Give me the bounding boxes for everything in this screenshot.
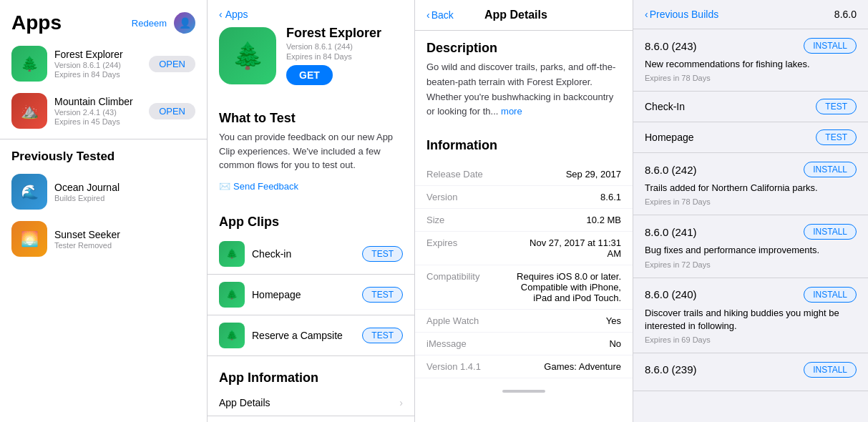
info-row: Size 10.2 MB	[415, 209, 633, 232]
get-button[interactable]: GET	[286, 65, 333, 85]
install-button[interactable]: INSTALL	[804, 287, 857, 303]
build-description: Bug fixes and performance improvements.	[645, 244, 857, 257]
scroll-bar	[502, 390, 545, 393]
clip-icon: 🌲	[219, 282, 245, 308]
build-version: 8.6.0 (240)	[645, 288, 697, 300]
build-description: New recommendations for fishing lakes.	[645, 58, 857, 71]
info-label: Expires	[426, 237, 505, 259]
info-value: 8.6.1	[514, 192, 621, 202]
notifications-row[interactable]: Notifications Off ›	[208, 416, 414, 423]
test-button[interactable]: TEST	[362, 246, 403, 262]
info-row: Version 8.6.1	[415, 186, 633, 209]
sunset-seeker-icon: 🌅	[11, 221, 47, 257]
description-body: Go wild and discover trails, parks, and …	[415, 60, 633, 128]
build-description: Discover trails and hiking buddies you m…	[645, 307, 857, 333]
app-version: Version 8.6.1 (244)	[54, 61, 142, 69]
app-header-expires: Expires in 84 Days	[286, 52, 403, 61]
info-row: iMessage No	[415, 333, 633, 355]
info-row: Expires Nov 27, 2017 at 11:31 AM	[415, 232, 633, 265]
install-button[interactable]: INSTALL	[804, 224, 857, 240]
test-button[interactable]: TEST	[816, 129, 857, 145]
clip-name: Homepage	[252, 289, 355, 300]
build-version: 8.6.0 (241)	[645, 226, 697, 238]
app-expires: Expires in 45 Days	[54, 117, 142, 126]
clip-icon: 🌲	[219, 323, 245, 348]
list-item[interactable]: 🌊 Ocean Journal Builds Expired	[0, 168, 207, 215]
clip-name: Reserve a Campsite	[252, 330, 355, 341]
build-item: 8.6.0 (239) INSTALL	[633, 353, 868, 391]
app-details-panel: ‹ Back App Details Description Go wild a…	[415, 0, 633, 422]
build-version: 8.6.0 (239)	[645, 363, 697, 376]
divider	[0, 139, 207, 139]
chevron-left-icon: ‹	[426, 9, 430, 21]
list-item[interactable]: ⛰️ Mountain Climber Version 2.4.1 (43) E…	[0, 87, 207, 134]
app-expires: Expires in 84 Days	[54, 70, 142, 79]
list-item[interactable]: 🌅 Sunset Seeker Tester Removed	[0, 215, 207, 262]
builds-version: 8.6.0	[834, 9, 857, 20]
install-button[interactable]: INSTALL	[804, 38, 857, 54]
build-expires: Expires in 69 Days	[645, 335, 857, 344]
send-feedback-link[interactable]: ✉️ Send Feedback	[208, 181, 414, 200]
test-button[interactable]: TEST	[816, 99, 857, 114]
info-value: Games: Adventure	[514, 361, 621, 372]
redeem-link[interactable]: Redeem	[132, 18, 167, 29]
info-label: Release Date	[426, 169, 505, 180]
app-large-icon: 🌲	[219, 27, 276, 84]
build-expires: Expires in 78 Days	[645, 197, 857, 206]
list-item[interactable]: 🌲 Forest Explorer Version 8.6.1 (244) Ex…	[0, 40, 207, 87]
build-expires: Expires in 72 Days	[645, 260, 857, 269]
info-value: Yes	[514, 315, 621, 326]
info-label: Size	[426, 215, 505, 225]
what-to-test-title: What to Test	[208, 105, 414, 130]
clip-item: 🌲 Reserve a Campsite TEST	[208, 315, 414, 356]
back-button[interactable]: ‹ Back	[426, 9, 454, 21]
open-button[interactable]: OPEN	[149, 56, 195, 72]
detail-nav: ‹ Back App Details	[415, 0, 633, 31]
ocean-journal-icon: 🌊	[11, 174, 47, 210]
build-description: Trails added for Northern California par…	[645, 182, 857, 195]
back-label: Previous Builds	[650, 9, 719, 20]
build-version: 8.6.0 (242)	[645, 164, 697, 176]
info-row: Version 1.4.1 Games: Adventure	[415, 355, 633, 378]
open-button[interactable]: OPEN	[149, 103, 195, 119]
install-button[interactable]: INSTALL	[804, 162, 857, 177]
build-item: 8.6.0 (242) INSTALL Trails added for Nor…	[633, 153, 868, 215]
build-item: 8.6.0 (243) INSTALL New recommendations …	[633, 29, 868, 92]
info-row-label: App Details	[219, 397, 270, 408]
back-label: Back	[431, 9, 454, 21]
build-item: 8.6.0 (240) INSTALL Discover trails and …	[633, 278, 868, 353]
previously-tested-label: Previously Tested	[0, 144, 207, 168]
forest-explorer-icon: 🌲	[11, 46, 47, 82]
clip-icon: 🌲	[219, 241, 245, 267]
more-link[interactable]: more	[501, 106, 522, 117]
previous-builds-back[interactable]: ‹ Previous Builds	[645, 9, 718, 20]
info-label: iMessage	[426, 338, 505, 349]
information-title: Information	[415, 128, 633, 157]
nav-back-label: Apps	[225, 9, 248, 20]
app-detail-panel: ‹ Apps 🌲 Forest Explorer Version 8.6.1 (…	[208, 0, 415, 422]
build-sub-item: Homepage TEST	[633, 122, 868, 153]
build-version: 8.6.0 (243)	[645, 40, 697, 52]
test-button[interactable]: TEST	[362, 287, 403, 303]
detail-nav-title: App Details	[454, 9, 578, 21]
test-button[interactable]: TEST	[362, 328, 403, 343]
clip-item: 🌲 Check-in TEST	[208, 234, 414, 275]
chevron-right-icon: ›	[399, 397, 403, 408]
info-row: Release Date Sep 29, 2017	[415, 163, 633, 186]
apps-nav-back[interactable]: ‹ Apps	[208, 0, 414, 26]
app-version: Version 2.4.1 (43)	[54, 108, 142, 117]
app-name: Ocean Journal	[54, 182, 195, 193]
info-label: Compatibility	[426, 271, 505, 303]
clip-item: 🌲 Homepage TEST	[208, 275, 414, 315]
chevron-left-icon: ‹	[645, 9, 648, 20]
app-details-row[interactable]: App Details ›	[208, 390, 414, 416]
info-row: Compatibility Requires iOS 8.0 or later.…	[415, 265, 633, 310]
app-meta: Builds Expired	[54, 194, 195, 202]
user-avatar[interactable]: 👤	[174, 12, 195, 34]
build-expires: Expires in 78 Days	[645, 74, 857, 82]
app-name: Mountain Climber	[54, 96, 142, 107]
previous-builds-panel: ‹ Previous Builds 8.6.0 8.6.0 (243) INST…	[633, 0, 868, 422]
build-sub-item: Check-In TEST	[633, 92, 868, 122]
install-button[interactable]: INSTALL	[804, 362, 857, 378]
builds-nav: ‹ Previous Builds 8.6.0	[633, 0, 868, 29]
